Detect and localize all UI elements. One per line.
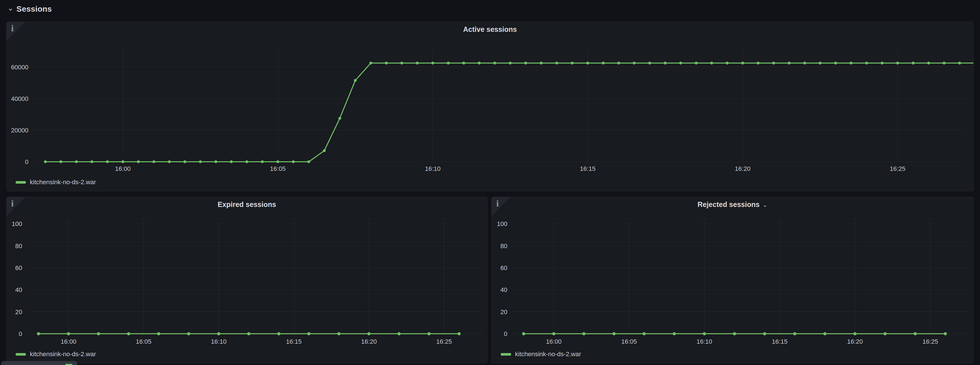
svg-text:16:20: 16:20 (361, 338, 377, 345)
panel-menu-caret-icon[interactable]: ⌄ (762, 201, 768, 208)
panel-info-corner[interactable]: i (6, 22, 25, 41)
panel-info-corner[interactable]: i (6, 197, 25, 216)
legend-label[interactable]: kitchensink-no-ds-2.war (30, 179, 96, 186)
svg-text:16:20: 16:20 (847, 338, 863, 345)
legend-swatch[interactable] (16, 181, 26, 184)
svg-text:16:15: 16:15 (580, 165, 595, 172)
panel-active-sessions: i Active sessions 020000400006000016:001… (6, 22, 974, 191)
info-icon: i (496, 198, 499, 209)
info-icon: i (11, 198, 14, 209)
time-series-chart-expired-sessions[interactable]: 02040608010016:0016:0516:1016:1516:2016:… (6, 197, 487, 363)
svg-text:0: 0 (19, 330, 22, 337)
legend-swatch[interactable] (501, 353, 511, 355)
panel-expired-sessions: i Expired sessions 02040608010016:0016:0… (6, 197, 487, 363)
svg-text:16:05: 16:05 (621, 338, 637, 345)
legend-swatch[interactable] (16, 353, 26, 355)
legend-label[interactable]: kitchensink-no-ds-2.war (30, 351, 96, 358)
svg-text:16:25: 16:25 (436, 338, 452, 345)
tooltip-series-swatch (65, 364, 72, 365)
svg-text:16:25: 16:25 (890, 165, 905, 172)
svg-text:16:10: 16:10 (697, 338, 712, 345)
legend: kitchensink-no-ds-2.war (16, 179, 96, 186)
svg-text:16:00: 16:00 (115, 165, 130, 172)
svg-text:60: 60 (15, 264, 22, 271)
svg-text:40: 40 (15, 286, 22, 294)
row-header-sessions[interactable]: ⌄ Sessions (7, 3, 52, 15)
svg-text:16:20: 16:20 (735, 165, 751, 172)
panel-rejected-sessions: i Rejected sessions⌄ 02040608010016:0016… (492, 197, 974, 363)
svg-text:16:10: 16:10 (425, 165, 441, 172)
panel-title-active-sessions[interactable]: Active sessions (6, 25, 974, 33)
svg-text:80: 80 (501, 243, 508, 249)
svg-text:100: 100 (12, 220, 22, 227)
tooltip-fragment (1, 361, 77, 365)
svg-text:16:10: 16:10 (211, 338, 227, 345)
svg-text:0: 0 (25, 158, 29, 165)
svg-text:16:05: 16:05 (270, 165, 286, 172)
svg-text:60000: 60000 (11, 63, 29, 71)
svg-text:20: 20 (15, 308, 22, 316)
panel-title-rejected-sessions[interactable]: Rejected sessions⌄ (492, 200, 974, 209)
time-series-chart-rejected-sessions[interactable]: 02040608010016:0016:0516:1016:1516:2016:… (492, 197, 974, 363)
info-icon: i (11, 23, 14, 33)
panel-title-expired-sessions[interactable]: Expired sessions (6, 200, 487, 209)
legend-label[interactable]: kitchensink-no-ds-2.war (515, 351, 581, 358)
panel-info-corner[interactable]: i (492, 197, 511, 216)
svg-text:16:15: 16:15 (286, 338, 302, 345)
svg-text:40: 40 (501, 286, 508, 294)
svg-text:100: 100 (497, 220, 508, 227)
svg-text:16:00: 16:00 (546, 338, 562, 345)
svg-text:16:15: 16:15 (772, 338, 788, 345)
panel-title-text: Expired sessions (218, 200, 276, 208)
svg-text:16:25: 16:25 (923, 338, 938, 345)
row-title[interactable]: Sessions (16, 5, 52, 14)
panel-title-text: Active sessions (463, 25, 517, 33)
svg-text:80: 80 (15, 243, 22, 249)
svg-text:20000: 20000 (11, 127, 29, 134)
svg-text:0: 0 (504, 330, 508, 337)
svg-text:60: 60 (501, 264, 508, 271)
legend: kitchensink-no-ds-2.war (501, 351, 581, 358)
time-series-chart-active-sessions[interactable]: 020000400006000016:0016:0516:1016:1516:2… (6, 22, 974, 191)
svg-text:20: 20 (501, 308, 508, 316)
chevron-down-icon[interactable]: ⌄ (7, 4, 14, 12)
panel-title-text: Rejected sessions (698, 200, 760, 208)
svg-text:40000: 40000 (11, 95, 29, 102)
legend: kitchensink-no-ds-2.war (16, 351, 96, 358)
svg-text:16:00: 16:00 (60, 338, 76, 345)
svg-text:16:05: 16:05 (136, 338, 151, 345)
